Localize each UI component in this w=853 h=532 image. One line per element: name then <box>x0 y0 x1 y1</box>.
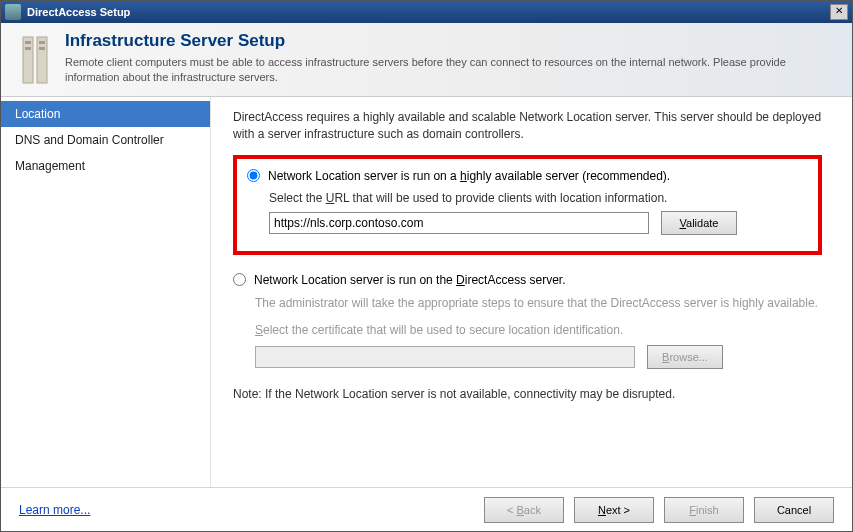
learn-more-link[interactable]: Learn more... <box>19 503 90 517</box>
wizard-footer: Learn more... < Back Next > Finish Cance… <box>1 487 852 531</box>
next-button[interactable]: Next > <box>574 497 654 523</box>
wizard-header: Infrastructure Server Setup Remote clien… <box>1 23 852 97</box>
svg-rect-5 <box>39 47 45 50</box>
svg-rect-3 <box>25 47 31 50</box>
radio-label: Network Location server is run on the Di… <box>254 273 565 287</box>
url-input[interactable] <box>269 212 649 234</box>
finish-button[interactable]: Finish <box>664 497 744 523</box>
radio-directaccess-server-input[interactable] <box>233 273 246 286</box>
highlighted-section: Network Location server is run on a high… <box>233 155 822 255</box>
server-icon <box>15 31 59 88</box>
svg-rect-4 <box>39 41 45 44</box>
page-description: Remote client computers must be able to … <box>65 55 825 85</box>
browse-button[interactable]: Browse... <box>647 345 723 369</box>
sidebar-item-label: Location <box>15 107 60 121</box>
wizard-main: DirectAccess requires a highly available… <box>211 97 852 487</box>
cancel-button[interactable]: Cancel <box>754 497 834 523</box>
intro-text: DirectAccess requires a highly available… <box>233 109 822 143</box>
sidebar-item-label: DNS and Domain Controller <box>15 133 164 147</box>
page-title: Infrastructure Server Setup <box>65 31 838 51</box>
titlebar: DirectAccess Setup ✕ <box>1 1 852 23</box>
sidebar-item-location[interactable]: Location <box>1 101 210 127</box>
app-icon <box>5 4 21 20</box>
back-button[interactable]: < Back <box>484 497 564 523</box>
sidebar-item-label: Management <box>15 159 85 173</box>
radio-highly-available[interactable]: Network Location server is run on a high… <box>247 169 804 183</box>
option2-description: The administrator will take the appropri… <box>255 295 822 312</box>
sidebar-item-dns[interactable]: DNS and Domain Controller <box>1 127 210 153</box>
url-sublabel: Select the URL that will be used to prov… <box>269 191 804 205</box>
radio-label: Network Location server is run on a high… <box>268 169 670 183</box>
validate-button[interactable]: Validate <box>661 211 737 235</box>
svg-rect-2 <box>25 41 31 44</box>
note-text: Note: If the Network Location server is … <box>233 387 822 401</box>
close-button[interactable]: ✕ <box>830 4 848 20</box>
wizard-sidebar: Location DNS and Domain Controller Manag… <box>1 97 211 487</box>
radio-highly-available-input[interactable] <box>247 169 260 182</box>
radio-directaccess-server[interactable]: Network Location server is run on the Di… <box>233 273 822 287</box>
cert-sublabel: Select the certificate that will be used… <box>255 322 822 339</box>
certificate-field <box>255 346 635 368</box>
sidebar-item-management[interactable]: Management <box>1 153 210 179</box>
window-title: DirectAccess Setup <box>27 6 830 18</box>
